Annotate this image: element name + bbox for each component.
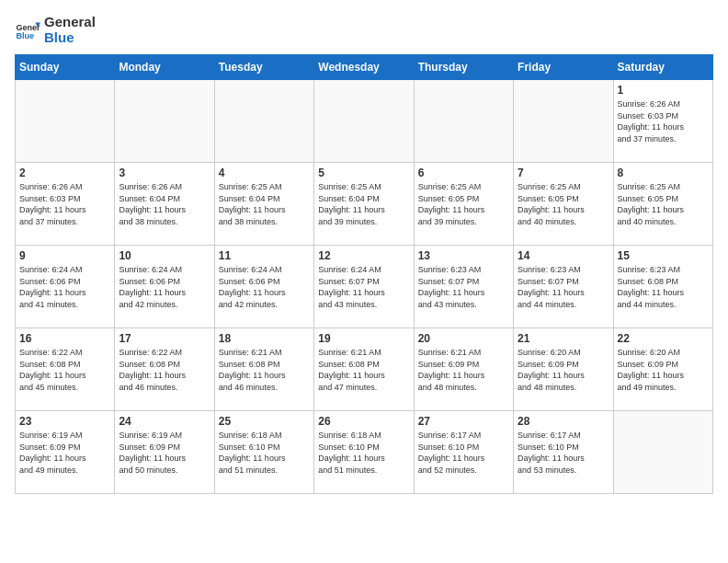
day-info: Sunrise: 6:26 AM Sunset: 6:04 PM Dayligh…: [119, 181, 210, 227]
day-number: 26: [318, 415, 409, 428]
day-info: Sunrise: 6:20 AM Sunset: 6:09 PM Dayligh…: [618, 347, 709, 393]
calendar-cell: 8Sunrise: 6:25 AM Sunset: 6:05 PM Daylig…: [613, 163, 712, 246]
calendar-cell: 10Sunrise: 6:24 AM Sunset: 6:06 PM Dayli…: [115, 246, 214, 328]
day-number: 15: [618, 249, 709, 262]
day-info: Sunrise: 6:25 AM Sunset: 6:04 PM Dayligh…: [318, 181, 409, 227]
day-of-week-header: Saturday: [613, 55, 712, 80]
day-info: Sunrise: 6:26 AM Sunset: 6:03 PM Dayligh…: [618, 98, 709, 144]
day-info: Sunrise: 6:20 AM Sunset: 6:09 PM Dayligh…: [518, 347, 609, 393]
day-number: 21: [518, 332, 609, 345]
day-info: Sunrise: 6:24 AM Sunset: 6:06 PM Dayligh…: [119, 264, 210, 310]
calendar-header-row: SundayMondayTuesdayWednesdayThursdayFrid…: [16, 55, 713, 80]
day-info: Sunrise: 6:21 AM Sunset: 6:08 PM Dayligh…: [219, 347, 310, 393]
calendar-week-row: 16Sunrise: 6:22 AM Sunset: 6:08 PM Dayli…: [16, 328, 713, 411]
day-info: Sunrise: 6:24 AM Sunset: 6:06 PM Dayligh…: [219, 264, 310, 310]
day-number: 7: [518, 167, 609, 179]
day-number: 27: [418, 415, 509, 428]
day-of-week-header: Friday: [514, 55, 613, 80]
day-number: 14: [518, 249, 609, 262]
calendar-week-row: 9Sunrise: 6:24 AM Sunset: 6:06 PM Daylig…: [16, 246, 713, 328]
logo: General Blue General Blue: [15, 15, 96, 45]
day-of-week-header: Tuesday: [214, 55, 313, 80]
day-number: 18: [219, 332, 310, 345]
day-info: Sunrise: 6:26 AM Sunset: 6:03 PM Dayligh…: [19, 181, 110, 227]
day-number: 12: [318, 249, 409, 262]
day-number: 17: [119, 332, 210, 345]
day-info: Sunrise: 6:23 AM Sunset: 6:07 PM Dayligh…: [418, 264, 509, 310]
calendar-cell: 20Sunrise: 6:21 AM Sunset: 6:09 PM Dayli…: [414, 328, 513, 411]
day-info: Sunrise: 6:22 AM Sunset: 6:08 PM Dayligh…: [119, 347, 210, 393]
calendar-cell: 4Sunrise: 6:25 AM Sunset: 6:04 PM Daylig…: [214, 163, 313, 246]
calendar-cell: 22Sunrise: 6:20 AM Sunset: 6:09 PM Dayli…: [613, 328, 712, 411]
page-header: General Blue General Blue: [15, 15, 713, 45]
day-number: 3: [119, 167, 210, 179]
day-number: 13: [418, 249, 509, 262]
day-number: 9: [19, 249, 110, 262]
day-number: 28: [518, 415, 609, 428]
calendar-week-row: 23Sunrise: 6:19 AM Sunset: 6:09 PM Dayli…: [16, 411, 713, 494]
calendar-cell: 19Sunrise: 6:21 AM Sunset: 6:08 PM Dayli…: [314, 328, 414, 411]
calendar-cell: 25Sunrise: 6:18 AM Sunset: 6:10 PM Dayli…: [214, 411, 313, 494]
calendar-cell: 3Sunrise: 6:26 AM Sunset: 6:04 PM Daylig…: [115, 163, 214, 246]
day-number: 19: [318, 332, 409, 345]
day-number: 1: [618, 84, 709, 97]
day-info: Sunrise: 6:19 AM Sunset: 6:09 PM Dayligh…: [19, 430, 110, 476]
calendar-cell: 14Sunrise: 6:23 AM Sunset: 6:07 PM Dayli…: [514, 246, 613, 328]
day-of-week-header: Thursday: [414, 55, 513, 80]
day-number: 8: [618, 167, 709, 179]
calendar-cell: 13Sunrise: 6:23 AM Sunset: 6:07 PM Dayli…: [414, 246, 513, 328]
day-number: 24: [119, 415, 210, 428]
calendar-week-row: 2Sunrise: 6:26 AM Sunset: 6:03 PM Daylig…: [16, 163, 713, 246]
day-info: Sunrise: 6:23 AM Sunset: 6:07 PM Dayligh…: [518, 264, 609, 310]
day-of-week-header: Wednesday: [314, 55, 414, 80]
svg-text:Blue: Blue: [16, 31, 34, 40]
calendar-cell: [613, 411, 712, 494]
logo-general: General: [44, 15, 96, 30]
day-of-week-header: Monday: [115, 55, 214, 80]
day-of-week-header: Sunday: [16, 55, 115, 80]
day-info: Sunrise: 6:25 AM Sunset: 6:05 PM Dayligh…: [618, 181, 709, 227]
day-number: 22: [618, 332, 709, 345]
day-number: 2: [19, 167, 110, 179]
calendar-cell: 23Sunrise: 6:19 AM Sunset: 6:09 PM Dayli…: [16, 411, 115, 494]
calendar-cell: 5Sunrise: 6:25 AM Sunset: 6:04 PM Daylig…: [314, 163, 414, 246]
calendar-cell: [514, 80, 613, 163]
day-number: 6: [418, 167, 509, 179]
day-number: 16: [19, 332, 110, 345]
day-number: 4: [219, 167, 310, 179]
calendar-cell: 15Sunrise: 6:23 AM Sunset: 6:08 PM Dayli…: [613, 246, 712, 328]
calendar-cell: 17Sunrise: 6:22 AM Sunset: 6:08 PM Dayli…: [115, 328, 214, 411]
calendar-cell: 7Sunrise: 6:25 AM Sunset: 6:05 PM Daylig…: [514, 163, 613, 246]
calendar-table: SundayMondayTuesdayWednesdayThursdayFrid…: [15, 54, 713, 494]
calendar-cell: [16, 80, 115, 163]
calendar-week-row: 1Sunrise: 6:26 AM Sunset: 6:03 PM Daylig…: [16, 80, 713, 163]
day-info: Sunrise: 6:25 AM Sunset: 6:05 PM Dayligh…: [418, 181, 509, 227]
calendar-cell: [115, 80, 214, 163]
calendar-cell: 27Sunrise: 6:17 AM Sunset: 6:10 PM Dayli…: [414, 411, 513, 494]
day-info: Sunrise: 6:18 AM Sunset: 6:10 PM Dayligh…: [219, 430, 310, 476]
calendar-cell: 2Sunrise: 6:26 AM Sunset: 6:03 PM Daylig…: [16, 163, 115, 246]
calendar-cell: [414, 80, 513, 163]
day-info: Sunrise: 6:18 AM Sunset: 6:10 PM Dayligh…: [318, 430, 409, 476]
day-number: 23: [19, 415, 110, 428]
day-info: Sunrise: 6:22 AM Sunset: 6:08 PM Dayligh…: [19, 347, 110, 393]
calendar-cell: 12Sunrise: 6:24 AM Sunset: 6:07 PM Dayli…: [314, 246, 414, 328]
calendar-cell: 28Sunrise: 6:17 AM Sunset: 6:10 PM Dayli…: [514, 411, 613, 494]
day-info: Sunrise: 6:17 AM Sunset: 6:10 PM Dayligh…: [518, 430, 609, 476]
logo-blue: Blue: [44, 30, 96, 46]
calendar-cell: [214, 80, 313, 163]
calendar-cell: 1Sunrise: 6:26 AM Sunset: 6:03 PM Daylig…: [613, 80, 712, 163]
day-info: Sunrise: 6:23 AM Sunset: 6:08 PM Dayligh…: [618, 264, 709, 310]
calendar-cell: 9Sunrise: 6:24 AM Sunset: 6:06 PM Daylig…: [16, 246, 115, 328]
day-info: Sunrise: 6:19 AM Sunset: 6:09 PM Dayligh…: [119, 430, 210, 476]
calendar-cell: 6Sunrise: 6:25 AM Sunset: 6:05 PM Daylig…: [414, 163, 513, 246]
day-info: Sunrise: 6:21 AM Sunset: 6:09 PM Dayligh…: [418, 347, 509, 393]
calendar-cell: 11Sunrise: 6:24 AM Sunset: 6:06 PM Dayli…: [214, 246, 313, 328]
logo-icon: General Blue: [15, 17, 40, 43]
day-info: Sunrise: 6:24 AM Sunset: 6:06 PM Dayligh…: [19, 264, 110, 310]
day-info: Sunrise: 6:25 AM Sunset: 6:05 PM Dayligh…: [518, 181, 609, 227]
calendar-cell: 24Sunrise: 6:19 AM Sunset: 6:09 PM Dayli…: [115, 411, 214, 494]
calendar-cell: 26Sunrise: 6:18 AM Sunset: 6:10 PM Dayli…: [314, 411, 414, 494]
day-number: 11: [219, 249, 310, 262]
calendar-cell: 21Sunrise: 6:20 AM Sunset: 6:09 PM Dayli…: [514, 328, 613, 411]
